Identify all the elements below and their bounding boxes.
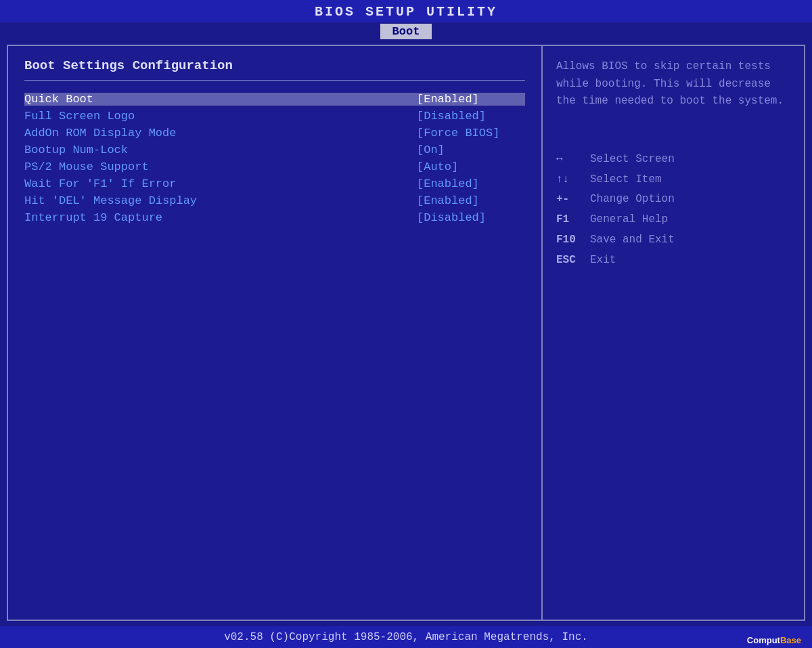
setting-value: [Disabled]: [417, 110, 525, 123]
key-symbol: +-: [556, 191, 590, 208]
key-symbol: ESC: [556, 252, 590, 269]
bios-screen: BIOS SETUP UTILITY Boot Boot Settings Co…: [0, 0, 812, 648]
setting-name: Full Screen Logo: [24, 110, 135, 123]
setting-value: [Auto]: [417, 160, 525, 173]
setting-name: PS/2 Mouse Support: [24, 160, 149, 173]
settings-row[interactable]: Full Screen Logo[Disabled]: [24, 110, 525, 123]
settings-row[interactable]: Quick Boot[Enabled]: [24, 93, 525, 106]
key-description: Change Option: [590, 191, 675, 208]
key-description: Select Item: [590, 171, 662, 188]
brand-compu: Comput: [747, 635, 780, 645]
main-content: Boot Settings Configuration Quick Boot[E…: [7, 45, 805, 621]
key-symbol: F10: [556, 232, 590, 249]
setting-value: [On]: [417, 144, 525, 156]
footer: v02.58 (C)Copyright 1985-2006, American …: [0, 626, 812, 648]
setting-value: [Enabled]: [417, 194, 525, 207]
key-description: Select Screen: [590, 151, 675, 168]
setting-value: [Enabled]: [417, 177, 525, 190]
setting-value: [Disabled]: [417, 211, 525, 224]
setting-value: [Enabled]: [417, 93, 525, 106]
help-text: Allows BIOS to skip certain tests while …: [556, 58, 790, 110]
settings-row[interactable]: Hit 'DEL' Message Display[Enabled]: [24, 194, 525, 207]
left-panel: Boot Settings Configuration Quick Boot[E…: [8, 46, 543, 620]
section-title: Boot Settings Configuration: [24, 58, 525, 73]
settings-row[interactable]: Bootup Num-Lock[On]: [24, 144, 525, 156]
divider: [24, 80, 525, 81]
key-row: F10Save and Exit: [556, 232, 790, 249]
title-text: BIOS SETUP UTILITY: [315, 4, 497, 20]
key-row: F1General Help: [556, 211, 790, 228]
tab-bar: Boot: [0, 22, 812, 39]
setting-name: Hit 'DEL' Message Display: [24, 194, 197, 207]
settings-row[interactable]: AddOn ROM Display Mode[Force BIOS]: [24, 127, 525, 139]
setting-name: Bootup Num-Lock: [24, 144, 128, 156]
key-description: Save and Exit: [590, 232, 675, 249]
key-description: General Help: [590, 211, 668, 228]
key-symbol: F1: [556, 211, 590, 228]
footer-brand: ComputBase: [747, 635, 801, 645]
key-description: Exit: [590, 252, 616, 269]
key-row: ↔Select Screen: [556, 151, 790, 168]
key-row: ESCExit: [556, 252, 790, 269]
settings-row[interactable]: Interrupt 19 Capture[Disabled]: [24, 211, 525, 224]
setting-name: AddOn ROM Display Mode: [24, 127, 176, 139]
key-symbol: ↑↓: [556, 171, 590, 188]
setting-name: Wait For 'F1' If Error: [24, 177, 176, 190]
title-bar: BIOS SETUP UTILITY: [0, 0, 812, 22]
key-row: ↑↓Select Item: [556, 171, 790, 188]
setting-name: Quick Boot: [24, 93, 93, 106]
key-symbol: ↔: [556, 151, 590, 168]
right-panel: Allows BIOS to skip certain tests while …: [543, 46, 804, 620]
brand-base: Base: [780, 635, 801, 645]
key-row: +-Change Option: [556, 191, 790, 208]
settings-row[interactable]: PS/2 Mouse Support[Auto]: [24, 160, 525, 173]
key-help: ↔Select Screen↑↓Select Item+-Change Opti…: [556, 151, 790, 269]
tab-boot[interactable]: Boot: [380, 24, 432, 39]
setting-value: [Force BIOS]: [417, 127, 525, 139]
settings-list: Quick Boot[Enabled]Full Screen Logo[Disa…: [24, 93, 525, 224]
settings-row[interactable]: Wait For 'F1' If Error[Enabled]: [24, 177, 525, 190]
footer-text: v02.58 (C)Copyright 1985-2006, American …: [224, 631, 588, 643]
setting-name: Interrupt 19 Capture: [24, 211, 162, 224]
